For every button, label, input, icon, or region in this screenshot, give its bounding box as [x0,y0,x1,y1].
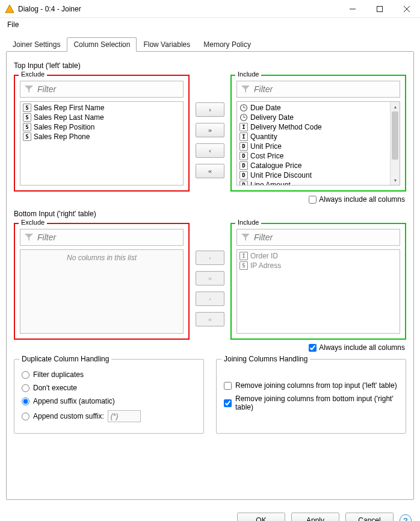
dont-execute-label: Don't execute [33,384,77,392]
append-custom-suffix-radio[interactable] [22,413,29,420]
list-item-label: Unit Price Discount [250,171,312,179]
bottom-include-legend: Include [235,219,261,226]
list-item[interactable]: DCatalogue Price [237,161,390,170]
bottom-move-buttons: › » ‹ « [196,219,224,340]
tabstrip: Joiner Settings Column Selection Flow Va… [0,31,420,52]
remove-all-button[interactable]: « [196,164,224,178]
bottom-input-title: Bottom Input ('right' table) [14,210,406,218]
list-item[interactable]: IOrder ID [237,251,400,261]
type-badge: S [23,113,31,122]
list-item[interactable]: IDelivery Method Code [237,122,390,132]
remove-top-checkbox[interactable] [224,382,232,390]
list-item-label: Sales Rep Phone [34,133,90,141]
remove-button[interactable]: ‹ [196,143,224,158]
lower-options: Duplicate Column Handling Filter duplica… [14,359,406,434]
top-include-filter-input[interactable] [253,84,396,95]
svg-rect-2 [377,6,382,11]
type-badge: D [239,152,248,160]
tab-flow-variables[interactable]: Flow Variables [137,37,197,52]
scroll-up-arrow[interactable]: ▴ [391,102,400,111]
remove-top-row: Remove joining columns from top input ('… [224,381,398,390]
list-item[interactable]: Delivery Date [237,113,390,122]
bottom-include-list[interactable]: IOrder IDSIP Adress [236,249,400,334]
top-always-include-row: Always include all columns [14,195,405,204]
scroll-thumb[interactable] [392,111,398,160]
list-item[interactable]: DLine Amount [237,180,390,186]
maximize-button[interactable] [366,0,393,17]
bottom-always-include-checkbox[interactable] [309,344,317,352]
top-exclude-filter-input[interactable] [36,84,179,95]
bottom-exclude-filter-input[interactable] [36,232,179,243]
bottom-exclude-list[interactable]: No columns in this list [20,249,184,334]
list-item[interactable]: SSales Rep Phone [20,132,183,142]
add-button[interactable]: › [196,102,224,117]
list-item[interactable]: SSales Rep Last Name [20,113,183,122]
scrollbar[interactable]: ▴ ▾ [390,102,400,185]
list-item[interactable]: DUnit Price Discount [237,170,390,180]
type-badge: D [239,181,248,186]
apply-button[interactable]: Apply [291,513,339,521]
scroll-down-arrow[interactable]: ▾ [391,175,400,185]
duplicate-handling-group: Duplicate Column Handling Filter duplica… [14,359,204,434]
remove-button[interactable]: ‹ [196,292,224,306]
list-item[interactable]: DCost Price [237,151,390,161]
tab-column-selection[interactable]: Column Selection [67,37,137,52]
type-badge: D [239,142,248,151]
bottom-exclude-group: Exclude No columns in this list [14,223,190,340]
list-item[interactable]: SSales Rep Position [20,122,183,132]
top-exclude-legend: Exclude [19,70,47,78]
type-badge: D [239,171,248,179]
add-all-button[interactable]: » [196,271,224,285]
remove-all-button[interactable]: « [196,312,224,326]
list-item[interactable]: SIP Adress [237,261,400,270]
add-button[interactable]: › [196,251,224,265]
bottom-include-filter-input[interactable] [253,232,396,243]
help-button[interactable]: ? [400,514,412,521]
list-item-label: Sales Rep Position [34,123,94,131]
minimize-button[interactable] [339,0,366,17]
filter-duplicates-radio[interactable] [22,371,29,379]
list-item-label: Due Date [250,104,281,112]
type-badge: I [239,133,248,141]
tab-memory-policy[interactable]: Memory Policy [197,37,258,52]
bottom-always-include-row: Always include all columns [14,343,405,352]
joining-handling-group: Joining Columns Handling Remove joining … [216,359,406,434]
custom-suffix-input [108,410,141,422]
top-exclude-list[interactable]: SSales Rep First NameSSales Rep Last Nam… [20,101,184,186]
remove-top-label: Remove joining columns from top input ('… [235,381,397,390]
append-custom-suffix-row: Append custom suffix: [22,410,196,422]
append-suffix-auto-row: Append suffix (automatic) [22,397,196,405]
filter-duplicates-row: Filter duplicates [22,370,196,379]
list-item-label: Unit Price [250,142,282,151]
close-button[interactable] [393,0,420,17]
list-item-label: Cost Price [250,152,283,160]
dont-execute-radio[interactable] [22,384,29,392]
append-suffix-auto-radio[interactable] [22,398,29,405]
type-badge: S [23,133,31,141]
type-badge: S [23,123,31,131]
list-item-label: IP Adress [250,261,281,270]
file-menu[interactable]: File [4,19,22,30]
type-badge: I [239,123,248,131]
top-include-filter[interactable] [236,81,400,98]
menubar: File [0,18,420,31]
ok-button[interactable]: OK [237,513,285,521]
bottom-include-filter[interactable] [236,229,400,246]
list-item-label: Quantity [250,133,277,141]
cancel-button[interactable]: Cancel [345,513,394,521]
bottom-exclude-filter[interactable] [20,229,184,246]
list-item[interactable]: SSales Rep First Name [20,103,183,113]
list-item[interactable]: Due Date [237,103,390,113]
tab-panel: Top Input ('left' table) Exclude SSales … [6,51,414,500]
top-include-group: Include ▴ ▾ Due DateDelivery DateIDelive… [230,75,406,192]
tab-joiner-settings[interactable]: Joiner Settings [6,37,67,52]
remove-bottom-checkbox[interactable] [224,399,232,407]
top-exclude-filter[interactable] [20,81,184,98]
top-include-list[interactable]: ▴ ▾ Due DateDelivery DateIDelivery Metho… [236,101,400,186]
list-item[interactable]: IQuantity [237,132,390,142]
top-input-title: Top Input ('left' table) [14,61,406,70]
top-always-include-label: Always include all columns [319,195,405,204]
add-all-button[interactable]: » [196,123,224,137]
top-always-include-checkbox[interactable] [309,196,317,204]
list-item[interactable]: DUnit Price [237,142,390,151]
